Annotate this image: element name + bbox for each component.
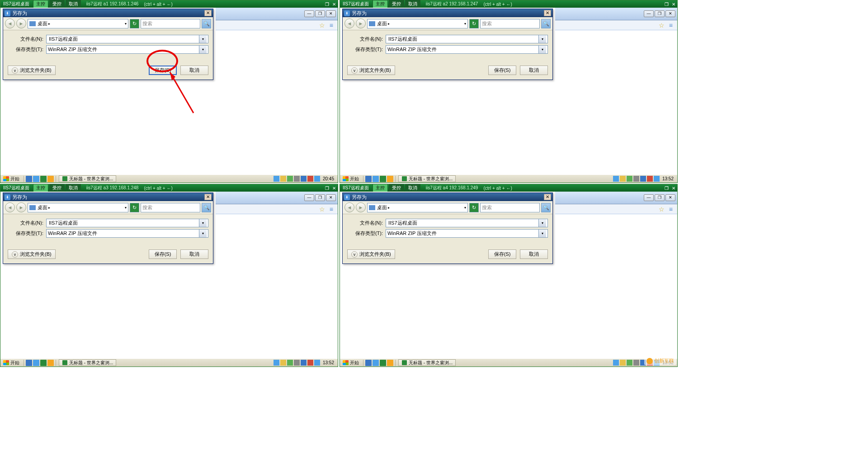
browser-close-icon[interactable]: ✕ xyxy=(326,194,336,201)
refresh-icon[interactable]: ↻ xyxy=(130,203,139,212)
dialog-close-icon[interactable]: ✕ xyxy=(544,194,551,200)
browser-menu-icon[interactable]: ≡ xyxy=(669,206,673,213)
sub-control-tab[interactable]: 受控 xyxy=(389,184,404,192)
filename-input[interactable]: IIS7远程桌面 ▾ xyxy=(386,35,548,43)
nav-back-icon[interactable]: ◄ xyxy=(5,202,15,212)
tray-info-icon[interactable] xyxy=(274,360,279,366)
main-control-tab[interactable]: 主控 xyxy=(33,184,48,192)
quicklaunch-desktop-icon[interactable] xyxy=(365,176,372,182)
remote-close-icon[interactable]: ✕ xyxy=(330,2,338,7)
refresh-icon[interactable]: ↻ xyxy=(469,203,479,212)
remote-restore-icon[interactable]: ❐ xyxy=(323,2,330,7)
location-dropdown-icon[interactable]: ▾ xyxy=(464,206,466,210)
save-button[interactable]: 保存(S) xyxy=(149,66,177,75)
search-input[interactable]: 搜索 xyxy=(480,19,540,28)
bookmark-star-icon[interactable]: ☆ xyxy=(659,206,665,213)
nav-forward-icon[interactable]: ► xyxy=(16,202,26,212)
refresh-icon[interactable]: ↻ xyxy=(130,19,139,28)
filename-input[interactable]: IIS7远程桌面 ▾ xyxy=(386,219,548,227)
main-control-tab[interactable]: 主控 xyxy=(33,0,48,8)
tray-app2-icon[interactable] xyxy=(307,360,313,366)
nav-forward-icon[interactable]: ► xyxy=(356,202,366,212)
cancel-button[interactable]: 取消 xyxy=(520,249,548,259)
quicklaunch-desktop-icon[interactable] xyxy=(26,360,32,366)
start-button[interactable]: 开始 xyxy=(0,359,22,367)
quicklaunch-desktop-icon[interactable] xyxy=(365,360,372,366)
browse-folders-button[interactable]: v 浏览文件夹(B) xyxy=(347,66,395,75)
cancel-button[interactable]: 取消 xyxy=(180,66,208,75)
save-button[interactable]: 保存(S) xyxy=(149,249,177,259)
browser-menu-icon[interactable]: ≡ xyxy=(330,22,333,29)
filetype-select[interactable]: WinRAR ZIP 压缩文件 ▾ xyxy=(386,45,548,54)
cancel-tab[interactable]: 取消 xyxy=(405,184,420,192)
search-icon[interactable]: 🔍 xyxy=(541,203,551,212)
dialog-titlebar[interactable]: ⬇ 另存为 ✕ xyxy=(3,193,213,201)
search-input[interactable]: 搜索 xyxy=(141,203,200,212)
tray-volume-icon[interactable] xyxy=(294,360,300,366)
tray-app-icon[interactable] xyxy=(640,176,646,182)
filetype-select[interactable]: WinRAR ZIP 压缩文件 ▾ xyxy=(386,229,548,238)
browse-folders-button[interactable]: v 浏览文件夹(B) xyxy=(8,249,56,259)
quicklaunch-explorer-icon[interactable] xyxy=(373,176,379,182)
bookmark-star-icon[interactable]: ☆ xyxy=(659,22,665,29)
sub-control-tab[interactable]: 受控 xyxy=(389,0,404,8)
search-input[interactable]: 搜索 xyxy=(480,203,540,212)
tray-volume-icon[interactable] xyxy=(633,360,639,366)
tray-volume-icon[interactable] xyxy=(294,176,300,182)
tray-app-icon[interactable] xyxy=(301,360,307,366)
tray-network-icon[interactable] xyxy=(627,360,632,366)
filetype-dropdown-icon[interactable]: ▾ xyxy=(538,230,546,237)
quicklaunch-explorer-icon[interactable] xyxy=(33,360,39,366)
nav-back-icon[interactable]: ◄ xyxy=(344,19,354,28)
quicklaunch-explorer-icon[interactable] xyxy=(373,360,379,366)
location-breadcrumb[interactable]: 桌面 ▸ ▾ xyxy=(367,19,468,28)
tray-shield-icon[interactable] xyxy=(620,176,626,182)
browser-minimize-icon[interactable]: — xyxy=(644,194,654,201)
cancel-button[interactable]: 取消 xyxy=(520,66,548,75)
remote-restore-icon[interactable]: ❐ xyxy=(663,186,670,191)
main-control-tab[interactable]: 主控 xyxy=(373,0,388,8)
filename-dropdown-icon[interactable]: ▾ xyxy=(199,35,207,43)
dialog-close-icon[interactable]: ✕ xyxy=(204,194,212,200)
nav-forward-icon[interactable]: ► xyxy=(16,19,26,28)
tray-shield-icon[interactable] xyxy=(280,176,286,182)
start-button[interactable]: 开始 xyxy=(340,175,362,183)
taskbar-browser-task[interactable]: 无标题 - 世界之窗浏... xyxy=(398,175,456,182)
quicklaunch-desktop-icon[interactable] xyxy=(26,176,32,182)
search-icon[interactable]: 🔍 xyxy=(202,203,211,212)
tray-app2-icon[interactable] xyxy=(307,176,313,182)
dialog-close-icon[interactable]: ✕ xyxy=(544,10,551,16)
sub-control-tab[interactable]: 受控 xyxy=(49,0,65,8)
main-control-tab[interactable]: 主控 xyxy=(373,184,388,192)
location-breadcrumb[interactable]: 桌面 ▸ ▾ xyxy=(28,19,128,28)
nav-forward-icon[interactable]: ► xyxy=(356,19,366,28)
bookmark-star-icon[interactable]: ☆ xyxy=(319,22,325,29)
tray-volume-icon[interactable] xyxy=(633,176,639,182)
save-button[interactable]: 保存(S) xyxy=(488,66,516,75)
remote-close-icon[interactable]: ✕ xyxy=(670,2,677,7)
tray-info-icon[interactable] xyxy=(274,176,279,182)
filetype-select[interactable]: WinRAR ZIP 压缩文件 ▾ xyxy=(46,45,208,54)
tray-info-icon[interactable] xyxy=(613,360,619,366)
taskbar-browser-task[interactable]: 无标题 - 世界之窗浏... xyxy=(59,359,116,366)
tray-app2-icon[interactable] xyxy=(647,176,653,182)
browser-minimize-icon[interactable]: — xyxy=(644,10,654,17)
browser-minimize-icon[interactable]: — xyxy=(304,10,314,17)
browser-maximize-icon[interactable]: ❐ xyxy=(655,10,665,17)
browser-maximize-icon[interactable]: ❐ xyxy=(315,194,325,201)
cancel-tab[interactable]: 取消 xyxy=(66,184,81,192)
quicklaunch-app-icon[interactable] xyxy=(387,176,393,182)
dialog-titlebar[interactable]: ⬇ 另存为 ✕ xyxy=(3,9,213,17)
browser-menu-icon[interactable]: ≡ xyxy=(330,206,333,213)
refresh-icon[interactable]: ↻ xyxy=(469,19,479,28)
quicklaunch-app-icon[interactable] xyxy=(387,360,393,366)
dialog-close-icon[interactable]: ✕ xyxy=(204,10,212,16)
remote-close-icon[interactable]: ✕ xyxy=(330,186,338,191)
sub-control-tab[interactable]: 受控 xyxy=(49,184,65,192)
tray-app-icon[interactable] xyxy=(301,176,307,182)
tray-shield-icon[interactable] xyxy=(280,360,286,366)
browser-close-icon[interactable]: ✕ xyxy=(665,10,675,17)
nav-back-icon[interactable]: ◄ xyxy=(5,19,15,28)
remote-close-icon[interactable]: ✕ xyxy=(670,186,677,191)
cancel-tab[interactable]: 取消 xyxy=(405,0,420,8)
